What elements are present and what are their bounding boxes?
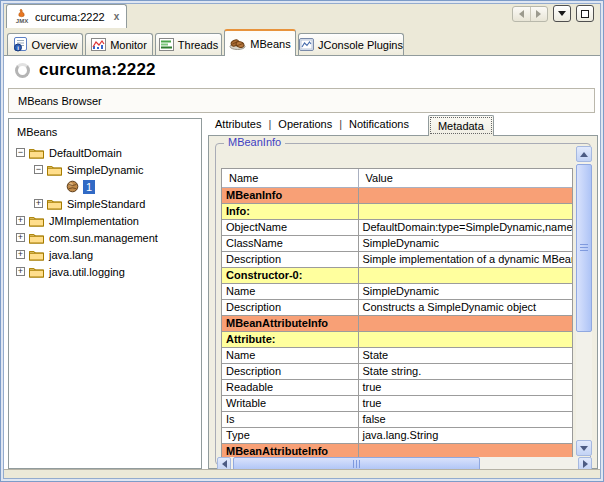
metadata-row[interactable]: Readabletrue	[222, 379, 573, 395]
tab-monitor[interactable]: Monitor	[85, 33, 153, 55]
tab-scroll-right-icon[interactable]	[530, 7, 548, 21]
mbeans-browser-label: MBeans Browser	[18, 95, 102, 107]
mbeans-browser-bar: MBeans Browser	[8, 88, 595, 113]
tree-node-label: com.sun.management	[46, 231, 161, 245]
tree-node-label: DefaultDomain	[46, 146, 125, 160]
expand-toggle-icon[interactable]: +	[34, 199, 43, 208]
metadata-row[interactable]: MBeanAttributeInfo	[222, 315, 573, 331]
row-name-cell: Readable	[222, 379, 358, 395]
metadata-row[interactable]: DescriptionConstructs a SimpleDynamic ob…	[222, 299, 573, 315]
tree-node-simpledynamic[interactable]: −SimpleDynamic	[9, 161, 201, 178]
row-value-cell: State string.	[358, 363, 573, 379]
folder-icon	[29, 231, 46, 244]
vertical-scrollbar[interactable]	[576, 146, 592, 456]
overview-icon: i	[13, 37, 28, 52]
connection-tab[interactable]: JMX curcuma:2222 x	[6, 4, 127, 28]
collapse-toggle-icon[interactable]: −	[34, 165, 43, 174]
row-name-cell: ClassName	[222, 235, 358, 251]
row-name-cell: Description	[222, 363, 358, 379]
metadata-row[interactable]: MBeanInfo	[222, 187, 573, 203]
minimize-button[interactable]	[553, 5, 571, 22]
metadata-row[interactable]: ObjectNameDefaultDomain:type=SimpleDynam…	[222, 219, 573, 235]
tree-node-defaultdomain[interactable]: −DefaultDomain	[9, 144, 201, 161]
column-header-value[interactable]: Value	[358, 169, 573, 187]
metadata-row[interactable]: MBeanAttributeInfo	[222, 443, 573, 458]
vertical-scrollbar-thumb[interactable]	[576, 164, 592, 332]
row-value-cell	[358, 331, 573, 347]
folder-icon	[29, 265, 46, 278]
row-name-cell: MBeanInfo	[222, 187, 358, 203]
tab-threads[interactable]: Threads	[155, 33, 222, 55]
row-value-cell: Simple implementation of a dynamic MBean…	[358, 251, 573, 267]
tab-attributes[interactable]: Attributes	[208, 118, 268, 130]
jconsole-window: JMX curcuma:2222 x iOverviewMonitorThrea…	[0, 0, 604, 482]
row-name-cell: Description	[222, 251, 358, 267]
monitor-icon	[91, 37, 106, 52]
metadata-row[interactable]: Info:	[222, 203, 573, 219]
tab-scroll-left-icon[interactable]	[513, 7, 530, 21]
tab-overview[interactable]: iOverview	[7, 33, 83, 55]
row-name-cell: Name	[222, 283, 358, 299]
tab-mbeans[interactable]: MBeans	[224, 29, 296, 56]
window-bottom-strip	[4, 469, 600, 478]
row-value-cell: State	[358, 347, 573, 363]
connection-tab-label: curcuma:2222	[35, 11, 105, 23]
metadata-row[interactable]: DescriptionState string.	[222, 363, 573, 379]
row-value-cell	[358, 315, 573, 331]
tree-node-jmimplementation[interactable]: +JMImplementation	[9, 212, 201, 229]
row-name-cell: MBeanAttributeInfo	[222, 315, 358, 331]
tree-node-label: java.util.logging	[46, 265, 128, 279]
metadata-row[interactable]: NameState	[222, 347, 573, 363]
tree-node-com-sun-management[interactable]: +com.sun.management	[9, 229, 201, 246]
tree-node-java-lang[interactable]: +java.lang	[9, 246, 201, 263]
expand-toggle-icon[interactable]: +	[16, 267, 25, 276]
expand-toggle-icon[interactable]: +	[16, 233, 25, 242]
tree-node-label: JMImplementation	[46, 214, 142, 228]
mbeans-icon	[229, 37, 246, 50]
expand-toggle-icon[interactable]: +	[16, 216, 25, 225]
tree-node-simplestandard[interactable]: +SimpleStandard	[9, 195, 201, 212]
row-name-cell: Is	[222, 411, 358, 427]
metadata-row[interactable]: NameSimpleDynamic	[222, 283, 573, 299]
metadata-row[interactable]: Typejava.lang.String	[222, 427, 573, 443]
svg-text:JMX: JMX	[16, 18, 28, 24]
connection-status-spinner-icon	[15, 63, 30, 78]
row-name-cell: Info:	[222, 203, 358, 219]
row-value-cell	[358, 443, 573, 458]
row-value-cell	[358, 203, 573, 219]
collapse-toggle-icon[interactable]: −	[16, 148, 25, 157]
folder-icon	[29, 248, 46, 261]
row-name-cell: Attribute:	[222, 331, 358, 347]
mbean-tree: −DefaultDomain−SimpleDynamic1+SimpleStan…	[9, 144, 201, 280]
tab-label: MBeans	[250, 38, 290, 50]
tab-label: Overview	[32, 39, 78, 51]
mbeans-tab-content: curcuma:2222 MBeans Browser MBeans −Defa…	[4, 56, 600, 469]
close-icon[interactable]: x	[114, 11, 120, 22]
tree-node-label: 1	[83, 180, 95, 194]
row-value-cell	[358, 267, 573, 283]
metadata-row[interactable]: Isfalse	[222, 411, 573, 427]
metadata-row[interactable]: Writabletrue	[222, 395, 573, 411]
metadata-row[interactable]: DescriptionSimple implementation of a dy…	[222, 251, 573, 267]
tree-node-1[interactable]: 1	[9, 178, 201, 195]
tab-operations[interactable]: Operations	[271, 118, 339, 130]
column-header-name[interactable]: Name	[222, 169, 358, 187]
tree-node-java-util-logging[interactable]: +java.util.logging	[9, 263, 201, 280]
row-value-cell: true	[358, 379, 573, 395]
detail-tab-bar: Attributes|Operations|NotificationsMetad…	[208, 113, 494, 135]
metadata-row[interactable]: Attribute:	[222, 331, 573, 347]
metadata-row[interactable]: ClassNameSimpleDynamic	[222, 235, 573, 251]
tab-jconsole-plugins[interactable]: JConsole Plugins	[298, 33, 404, 55]
folder-icon	[29, 214, 46, 227]
scroll-down-icon[interactable]	[576, 440, 592, 456]
row-value-cell: java.lang.String	[358, 427, 573, 443]
metadata-row[interactable]: Constructor-0:	[222, 267, 573, 283]
maximize-button[interactable]	[576, 5, 594, 22]
row-name-cell: Constructor-0:	[222, 267, 358, 283]
expand-toggle-icon[interactable]: +	[16, 250, 25, 259]
tab-metadata[interactable]: Metadata	[428, 115, 494, 136]
scroll-up-icon[interactable]	[576, 146, 592, 162]
tab-label: Monitor	[110, 39, 147, 51]
tree-node-label: SimpleStandard	[64, 197, 148, 211]
tab-notifications[interactable]: Notifications	[342, 118, 416, 130]
